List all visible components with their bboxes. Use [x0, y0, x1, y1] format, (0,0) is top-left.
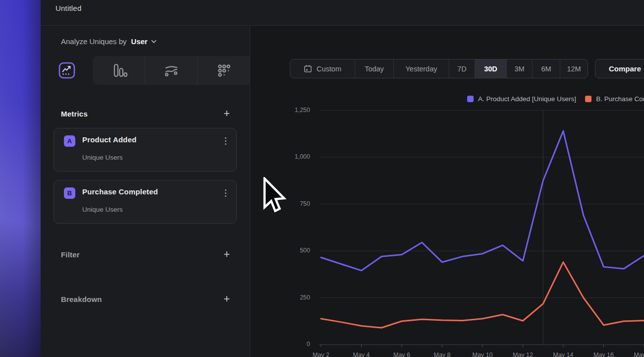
- breakdown-title: Breakdown: [61, 295, 102, 303]
- series-line[interactable]: [321, 262, 644, 328]
- background-gradient: [0, 0, 41, 357]
- x-axis-label: May 2: [313, 352, 329, 357]
- range-button-6m[interactable]: 6M: [532, 60, 560, 78]
- metrics-header: Metrics +: [61, 106, 230, 121]
- series-line[interactable]: [321, 131, 644, 271]
- tab-dots-grid[interactable]: [197, 56, 250, 85]
- range-button-7d[interactable]: 7D: [449, 60, 475, 78]
- range-label: Today: [365, 65, 384, 73]
- metric-badge: A: [64, 135, 75, 147]
- range-button-today[interactable]: Today: [355, 60, 393, 78]
- filter-header: Filter +: [61, 247, 230, 262]
- x-axis-label: May 14: [553, 352, 574, 357]
- range-button-12m[interactable]: 12M: [560, 60, 588, 78]
- x-axis-label: May 10: [473, 352, 493, 357]
- x-axis-label: May 18: [634, 352, 644, 357]
- add-metric-button[interactable]: +: [223, 109, 230, 119]
- metric-name: Purchase Completed: [82, 187, 158, 196]
- kebab-dot: [225, 140, 226, 142]
- line-chart[interactable]: [268, 102, 644, 357]
- kebab-dot: [225, 192, 226, 194]
- range-label: 6M: [541, 65, 551, 73]
- add-filter-button[interactable]: +: [223, 249, 230, 259]
- metric-card[interactable]: AProduct AddedUnique Users: [54, 128, 237, 172]
- chart-panel: CustomTodayYesterday7D30D3M6M12M Compare…: [250, 26, 644, 357]
- x-axis-label: May 12: [513, 352, 533, 357]
- metric-name: Product Added: [82, 135, 137, 144]
- range-label: 30D: [484, 65, 497, 73]
- range-label: Custom: [317, 65, 341, 73]
- metric-card[interactable]: BPurchase CompletedUnique Users: [54, 180, 237, 224]
- range-label: 7D: [457, 65, 467, 73]
- chart-type-tabbar: [41, 56, 250, 85]
- metric-badge: B: [64, 187, 75, 199]
- analyze-label: Analyze Uniques by: [61, 37, 127, 46]
- add-breakdown-button[interactable]: +: [223, 294, 230, 304]
- y-axis-label: 500: [261, 247, 310, 254]
- range-label: 12M: [567, 65, 581, 73]
- analyze-row: Analyze Uniques by User: [41, 26, 250, 56]
- top-bar: Untitled: [41, 0, 644, 26]
- compare-button[interactable]: Compare: [595, 59, 644, 78]
- y-axis-label: 0: [261, 341, 310, 348]
- range-label: Yesterday: [406, 65, 437, 73]
- y-axis-label: 1,000: [261, 153, 310, 160]
- calendar-icon: [304, 64, 312, 73]
- kebab-dot: [225, 137, 226, 139]
- y-axis-label: 250: [261, 294, 310, 301]
- range-button-custom[interactable]: Custom: [290, 60, 355, 78]
- x-axis-label: May 8: [433, 352, 450, 357]
- tab-flow[interactable]: [145, 56, 197, 85]
- tab-bar-chart[interactable]: [93, 56, 145, 85]
- y-axis-label: 1,250: [261, 107, 310, 114]
- kebab-dot: [225, 195, 226, 197]
- chevron-down-icon[interactable]: [151, 37, 157, 46]
- tab-line-chart[interactable]: [58, 62, 75, 79]
- metric-measure[interactable]: Unique Users: [82, 206, 123, 213]
- range-button-yesterday[interactable]: Yesterday: [393, 60, 449, 78]
- y-axis-label: 750: [261, 200, 310, 207]
- kebab-menu-icon[interactable]: [220, 137, 230, 145]
- metrics-title: Metrics: [61, 110, 88, 118]
- analyze-value-dropdown[interactable]: User: [131, 37, 148, 46]
- range-button-30d[interactable]: 30D: [475, 60, 506, 78]
- kebab-dot: [225, 143, 226, 145]
- breakdown-header: Breakdown +: [61, 292, 230, 306]
- chart-type-tab-group: [93, 56, 250, 85]
- x-axis-label: May 6: [393, 352, 410, 357]
- x-axis-label: May 4: [353, 352, 370, 357]
- query-sidebar: Analyze Uniques by User: [41, 26, 250, 357]
- app-window: Untitled Analyze Uniques by User: [0, 0, 644, 357]
- metric-measure[interactable]: Unique Users: [82, 154, 123, 161]
- date-range-selector: CustomTodayYesterday7D30D3M6M12M: [290, 59, 588, 78]
- metric-card-list: AProduct AddedUnique UsersBPurchase Comp…: [54, 128, 237, 232]
- report-title[interactable]: Untitled: [55, 4, 81, 12]
- filter-title: Filter: [61, 250, 80, 259]
- kebab-menu-icon[interactable]: [220, 189, 230, 197]
- range-button-3m[interactable]: 3M: [506, 60, 532, 78]
- range-label: 3M: [514, 65, 524, 73]
- x-axis-label: May 16: [593, 352, 614, 357]
- kebab-dot: [225, 189, 226, 191]
